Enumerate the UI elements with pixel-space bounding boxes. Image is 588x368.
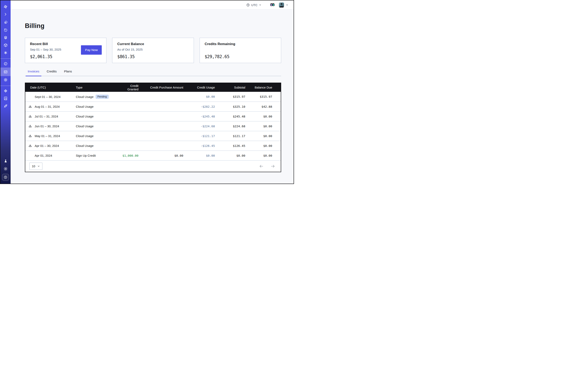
- balance-due-value: $0.00: [249, 134, 281, 138]
- download-invoice-button[interactable]: [28, 124, 32, 128]
- balance-due-value: $0.00: [249, 154, 281, 157]
- credits-remaining-amount: $29,782.65: [205, 54, 276, 59]
- card-title: Credits Remaining: [205, 42, 276, 46]
- live-monitor-icon[interactable]: [0, 19, 11, 26]
- layers-icon[interactable]: [0, 34, 11, 41]
- balance-due-value: $0.00: [249, 125, 281, 128]
- collapse-chevron-icon[interactable]: [0, 10, 11, 18]
- timer-history-icon[interactable]: [0, 26, 11, 34]
- invoice-table-body: Sept 01 – 30, 2024 Cloud Usage Pending $…: [25, 92, 281, 160]
- status-badge: Pending: [96, 95, 109, 99]
- billing-card-icon: [3, 70, 8, 74]
- chevron-down-icon: [286, 4, 288, 6]
- download-icon: [28, 124, 32, 128]
- page-size-select[interactable]: 10: [29, 163, 42, 170]
- col-header-subtotal: Subtotal: [219, 86, 249, 89]
- invoice-type: Cloud Usage: [76, 124, 94, 128]
- download-invoice-button[interactable]: [28, 144, 32, 148]
- download-invoice-button[interactable]: [28, 134, 32, 138]
- subtotal-value: $126.45: [219, 144, 249, 147]
- 3d-glasses-icon: [270, 3, 275, 7]
- tab-credits[interactable]: Credits: [45, 68, 58, 76]
- balance-due-value: $0.00: [249, 115, 281, 118]
- download-invoice-button[interactable]: [28, 105, 32, 109]
- next-page-button[interactable]: [270, 164, 275, 169]
- col-header-date: Date (UTC): [25, 86, 74, 89]
- flask-icon[interactable]: [0, 157, 11, 165]
- credits-dollar-badge-button[interactable]: $: [2, 174, 9, 181]
- chevron-down-icon: [259, 4, 261, 6]
- invoice-date: Jun 01 – 30, 2024: [35, 124, 59, 128]
- account-menu-button[interactable]: [279, 2, 289, 8]
- credit-purchase-value: $0.00: [145, 154, 188, 157]
- arrow-right-icon: [271, 164, 275, 168]
- main-content: Billing Recent Bill Sep 01 – Sep 30, 202…: [11, 9, 294, 184]
- table-row: Jul 01 – 31, 2024 Cloud Usage -$245.48 $…: [25, 111, 281, 121]
- dollar-seal-icon: $: [3, 175, 8, 180]
- invoice-type: Cloud Usage: [76, 144, 94, 147]
- theme-sun-icon[interactable]: [0, 165, 11, 173]
- credit-granted-value: $1,000.00: [121, 154, 145, 157]
- invoice-date: Jul 01 – 31, 2024: [35, 115, 58, 118]
- download-invoice-button[interactable]: [28, 114, 32, 119]
- card-title: Current Balance: [117, 42, 189, 46]
- invoice-date: Apr 01, 2024: [35, 154, 52, 157]
- arrow-left-icon: [259, 164, 264, 168]
- settings-gear-icon[interactable]: [0, 76, 11, 84]
- table-row: Jun 01 – 30, 2024 Cloud Usage -$224.68 $…: [25, 121, 281, 131]
- usage-gauge-icon[interactable]: [0, 60, 11, 67]
- docs-book-icon[interactable]: [0, 95, 11, 102]
- col-header-credit-usage: Credit Usage: [188, 86, 219, 89]
- invoice-date: Aug 01 – 31, 2024: [35, 105, 60, 108]
- package-cube-icon[interactable]: [0, 41, 11, 49]
- credit-usage-value: -$245.48: [188, 115, 219, 118]
- credit-usage-value: -$224.68: [188, 125, 219, 128]
- subtotal-value: $224.68: [219, 125, 249, 128]
- sidebar-item-billing[interactable]: [0, 67, 11, 76]
- table-row: Sept 01 – 30, 2024 Cloud Usage Pending $…: [25, 92, 281, 101]
- table-row: Apr 01, 2024 Sign Up Credit $1,000.00 $0…: [25, 151, 281, 160]
- chevron-down-icon: [37, 165, 40, 167]
- theater-mode-button[interactable]: [270, 3, 275, 7]
- invoice-type: Cloud Usage: [76, 105, 94, 108]
- timezone-selector[interactable]: UTC: [246, 2, 262, 8]
- modal-logo-icon[interactable]: [0, 3, 11, 10]
- credit-usage-value: -$121.17: [188, 134, 219, 138]
- col-header-credit-granted: Credit Granted: [121, 84, 145, 91]
- billing-tabs: Invoices Credits Plans: [25, 68, 281, 76]
- download-icon: [28, 105, 32, 109]
- invoice-date: Apr 01 – 30, 2024: [35, 144, 59, 147]
- user-avatar: [279, 2, 284, 8]
- page-size-value: 10: [32, 165, 35, 168]
- subtotal-value: $325.10: [219, 105, 249, 108]
- invoice-type: Cloud Usage: [76, 134, 94, 138]
- page-title: Billing: [25, 22, 281, 30]
- timezone-label: UTC: [251, 3, 257, 7]
- pagination-controls: [259, 164, 275, 169]
- col-header-type: Type: [74, 86, 121, 89]
- subtotal-value: $121.17: [219, 134, 249, 138]
- balance-due-value: $42.88: [249, 105, 281, 108]
- rocket-icon[interactable]: [0, 102, 11, 110]
- table-footer: 10: [25, 160, 281, 172]
- previous-page-button[interactable]: [259, 164, 264, 169]
- card-subtitle: [205, 48, 276, 51]
- subtotal-value: $245.48: [219, 115, 249, 118]
- current-balance-card: Current Balance As of Oct 15, 2025 $861.…: [112, 38, 194, 63]
- pay-now-button[interactable]: Pay Now: [81, 45, 102, 55]
- tab-invoices[interactable]: Invoices: [27, 68, 41, 76]
- card-subtitle: As of Oct 15, 2025: [117, 48, 189, 51]
- credit-usage-value: $0.00: [188, 95, 219, 98]
- subtotal-value: $315.97: [219, 95, 249, 98]
- invoice-type: Cloud Usage: [76, 95, 94, 99]
- sidebar: $: [0, 0, 11, 184]
- asterisk-icon[interactable]: [0, 49, 11, 56]
- clock-icon: [246, 3, 250, 7]
- helm-wheel-icon[interactable]: [0, 87, 11, 95]
- app-window: $ UTC: [0, 0, 294, 184]
- download-icon: [28, 115, 32, 118]
- table-row: Aug 01 – 31, 2024 Cloud Usage -$282.22 $…: [25, 101, 281, 111]
- tab-plans[interactable]: Plans: [63, 68, 73, 76]
- col-header-balance-due: Balance Due: [249, 86, 281, 89]
- credits-remaining-card: Credits Remaining $29,782.65: [199, 38, 281, 63]
